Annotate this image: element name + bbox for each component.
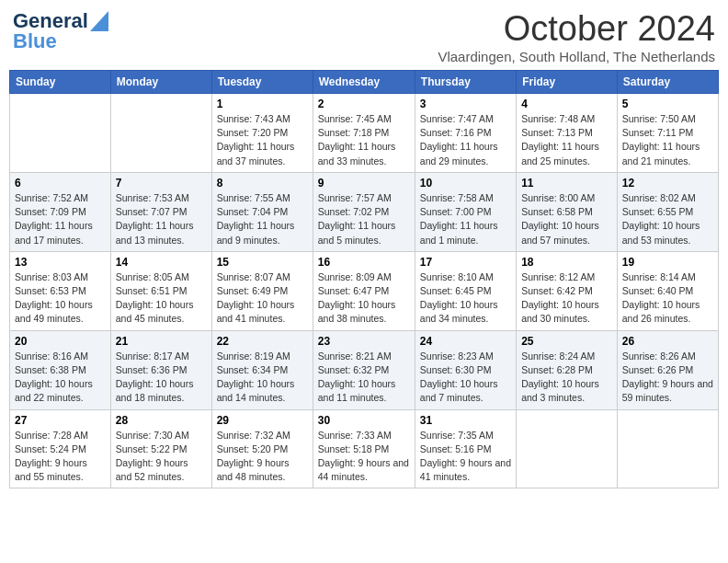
day-info: Sunrise: 7:47 AMSunset: 7:16 PMDaylight:… xyxy=(420,113,498,167)
calendar-cell: 6Sunrise: 7:52 AMSunset: 7:09 PMDaylight… xyxy=(10,172,111,251)
weekday-header: Saturday xyxy=(617,71,718,94)
calendar-cell: 29Sunrise: 7:32 AMSunset: 5:20 PMDayligh… xyxy=(211,409,313,488)
day-info: Sunrise: 7:45 AMSunset: 7:18 PMDaylight:… xyxy=(318,113,396,167)
day-number: 30 xyxy=(318,414,410,427)
day-number: 31 xyxy=(420,414,511,427)
page-header: General Blue October 2024 Vlaardingen, S… xyxy=(9,9,719,64)
day-info: Sunrise: 7:52 AMSunset: 7:09 PMDaylight:… xyxy=(15,192,93,246)
weekday-header: Wednesday xyxy=(313,71,415,94)
calendar-cell: 10Sunrise: 7:58 AMSunset: 7:00 PMDayligh… xyxy=(415,172,516,251)
day-info: Sunrise: 8:23 AMSunset: 6:30 PMDaylight:… xyxy=(420,350,498,404)
day-number: 11 xyxy=(521,177,612,190)
calendar-cell: 26Sunrise: 8:26 AMSunset: 6:26 PMDayligh… xyxy=(617,330,718,409)
calendar-cell: 3Sunrise: 7:47 AMSunset: 7:16 PMDaylight… xyxy=(415,94,516,173)
day-info: Sunrise: 8:07 AMSunset: 6:49 PMDaylight:… xyxy=(217,271,295,325)
day-info: Sunrise: 7:33 AMSunset: 5:18 PMDaylight:… xyxy=(318,430,409,483)
calendar-cell: 20Sunrise: 8:16 AMSunset: 6:38 PMDayligh… xyxy=(10,330,111,409)
day-info: Sunrise: 8:14 AMSunset: 6:40 PMDaylight:… xyxy=(622,271,700,325)
day-info: Sunrise: 7:55 AMSunset: 7:04 PMDaylight:… xyxy=(217,192,295,246)
calendar-cell: 12Sunrise: 8:02 AMSunset: 6:55 PMDayligh… xyxy=(617,172,718,251)
calendar-cell: 7Sunrise: 7:53 AMSunset: 7:07 PMDaylight… xyxy=(110,172,211,251)
day-info: Sunrise: 7:53 AMSunset: 7:07 PMDaylight:… xyxy=(116,192,194,246)
day-info: Sunrise: 7:43 AMSunset: 7:20 PMDaylight:… xyxy=(217,113,295,167)
day-number: 7 xyxy=(116,177,207,190)
calendar-row: 6Sunrise: 7:52 AMSunset: 7:09 PMDaylight… xyxy=(10,172,719,251)
day-info: Sunrise: 7:50 AMSunset: 7:11 PMDaylight:… xyxy=(622,113,700,167)
day-info: Sunrise: 7:48 AMSunset: 7:13 PMDaylight:… xyxy=(521,113,599,167)
day-info: Sunrise: 8:05 AMSunset: 6:51 PMDaylight:… xyxy=(116,271,194,325)
day-number: 29 xyxy=(217,414,308,427)
calendar-cell: 17Sunrise: 8:10 AMSunset: 6:45 PMDayligh… xyxy=(415,251,516,330)
day-number: 2 xyxy=(318,98,410,110)
calendar-cell xyxy=(517,409,618,488)
day-number: 13 xyxy=(15,256,106,269)
weekday-header-row: SundayMondayTuesdayWednesdayThursdayFrid… xyxy=(10,71,719,94)
day-info: Sunrise: 8:24 AMSunset: 6:28 PMDaylight:… xyxy=(521,350,599,404)
title-area: October 2024 Vlaardingen, South Holland,… xyxy=(438,9,715,64)
calendar-row: 27Sunrise: 7:28 AMSunset: 5:24 PMDayligh… xyxy=(10,409,719,488)
day-number: 23 xyxy=(318,335,410,348)
day-number: 20 xyxy=(15,335,106,348)
day-info: Sunrise: 8:19 AMSunset: 6:34 PMDaylight:… xyxy=(217,350,295,404)
calendar-cell: 27Sunrise: 7:28 AMSunset: 5:24 PMDayligh… xyxy=(10,409,111,488)
day-number: 26 xyxy=(622,335,713,348)
day-number: 10 xyxy=(420,177,511,190)
day-number: 16 xyxy=(318,256,410,269)
calendar-cell: 14Sunrise: 8:05 AMSunset: 6:51 PMDayligh… xyxy=(110,251,211,330)
day-number: 15 xyxy=(217,256,308,269)
month-title: October 2024 xyxy=(438,9,715,49)
logo-general: General xyxy=(13,9,88,32)
calendar-cell: 13Sunrise: 8:03 AMSunset: 6:53 PMDayligh… xyxy=(10,251,111,330)
svg-marker-0 xyxy=(90,11,108,31)
calendar-cell: 18Sunrise: 8:12 AMSunset: 6:42 PMDayligh… xyxy=(517,251,618,330)
day-number: 25 xyxy=(521,335,612,348)
logo-triangle-icon xyxy=(90,11,108,31)
day-info: Sunrise: 8:02 AMSunset: 6:55 PMDaylight:… xyxy=(622,192,700,246)
weekday-header: Tuesday xyxy=(211,71,313,94)
day-info: Sunrise: 8:12 AMSunset: 6:42 PMDaylight:… xyxy=(521,271,599,325)
calendar-row: 20Sunrise: 8:16 AMSunset: 6:38 PMDayligh… xyxy=(10,330,719,409)
day-number: 28 xyxy=(116,414,207,427)
day-number: 24 xyxy=(420,335,511,348)
day-info: Sunrise: 8:21 AMSunset: 6:32 PMDaylight:… xyxy=(318,350,396,404)
day-info: Sunrise: 7:30 AMSunset: 5:22 PMDaylight:… xyxy=(116,430,189,483)
day-number: 9 xyxy=(318,177,410,190)
day-number: 14 xyxy=(116,256,207,269)
calendar-cell: 24Sunrise: 8:23 AMSunset: 6:30 PMDayligh… xyxy=(415,330,516,409)
day-info: Sunrise: 8:03 AMSunset: 6:53 PMDaylight:… xyxy=(15,271,93,325)
calendar-cell xyxy=(617,409,718,488)
day-number: 6 xyxy=(15,177,106,190)
day-info: Sunrise: 7:32 AMSunset: 5:20 PMDaylight:… xyxy=(217,430,290,483)
calendar-cell: 9Sunrise: 7:57 AMSunset: 7:02 PMDaylight… xyxy=(313,172,415,251)
calendar-cell: 1Sunrise: 7:43 AMSunset: 7:20 PMDaylight… xyxy=(211,94,313,173)
calendar-cell xyxy=(10,94,111,173)
day-info: Sunrise: 7:57 AMSunset: 7:02 PMDaylight:… xyxy=(318,192,396,246)
weekday-header: Thursday xyxy=(415,71,516,94)
calendar-cell: 23Sunrise: 8:21 AMSunset: 6:32 PMDayligh… xyxy=(313,330,415,409)
day-number: 22 xyxy=(217,335,308,348)
day-number: 8 xyxy=(217,177,308,190)
calendar-cell: 25Sunrise: 8:24 AMSunset: 6:28 PMDayligh… xyxy=(517,330,618,409)
location-title: Vlaardingen, South Holland, The Netherla… xyxy=(438,49,715,64)
day-info: Sunrise: 7:35 AMSunset: 5:16 PMDaylight:… xyxy=(420,430,511,483)
calendar-cell: 19Sunrise: 8:14 AMSunset: 6:40 PMDayligh… xyxy=(617,251,718,330)
day-info: Sunrise: 8:10 AMSunset: 6:45 PMDaylight:… xyxy=(420,271,498,325)
day-info: Sunrise: 8:17 AMSunset: 6:36 PMDaylight:… xyxy=(116,350,194,404)
calendar-cell: 22Sunrise: 8:19 AMSunset: 6:34 PMDayligh… xyxy=(211,330,313,409)
calendar-cell: 4Sunrise: 7:48 AMSunset: 7:13 PMDaylight… xyxy=(517,94,618,173)
day-number: 19 xyxy=(622,256,713,269)
calendar-table: SundayMondayTuesdayWednesdayThursdayFrid… xyxy=(9,70,719,488)
day-info: Sunrise: 8:09 AMSunset: 6:47 PMDaylight:… xyxy=(318,271,396,325)
calendar-cell: 31Sunrise: 7:35 AMSunset: 5:16 PMDayligh… xyxy=(415,409,516,488)
calendar-cell: 5Sunrise: 7:50 AMSunset: 7:11 PMDaylight… xyxy=(617,94,718,173)
day-number: 27 xyxy=(15,414,106,427)
calendar-cell: 21Sunrise: 8:17 AMSunset: 6:36 PMDayligh… xyxy=(110,330,211,409)
logo: General Blue xyxy=(13,9,108,53)
day-number: 1 xyxy=(217,98,308,110)
day-info: Sunrise: 8:16 AMSunset: 6:38 PMDaylight:… xyxy=(15,350,93,404)
weekday-header: Monday xyxy=(110,71,211,94)
day-number: 5 xyxy=(622,98,713,110)
calendar-row: 1Sunrise: 7:43 AMSunset: 7:20 PMDaylight… xyxy=(10,94,719,173)
calendar-row: 13Sunrise: 8:03 AMSunset: 6:53 PMDayligh… xyxy=(10,251,719,330)
day-number: 18 xyxy=(521,256,612,269)
